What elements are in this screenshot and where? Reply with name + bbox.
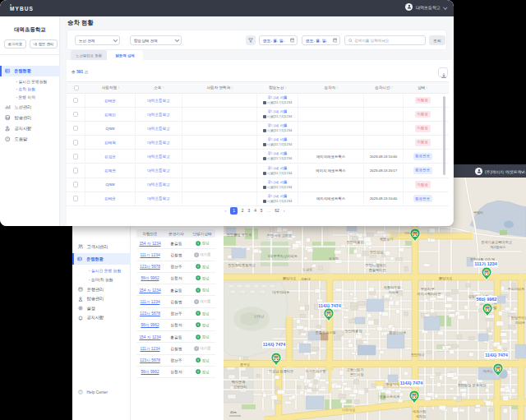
svg-text:세차장: 세차장: [416, 414, 427, 418]
svg-text:현광아파트: 현광아파트: [390, 330, 407, 335]
svg-text:선문대: 선문대: [301, 277, 311, 281]
svg-text:계룡리수빌: 계룡리수빌: [384, 285, 401, 289]
svg-text:아이스퀘어타운: 아이스퀘어타운: [417, 292, 441, 296]
svg-text:아파트: 아파트: [515, 321, 526, 325]
svg-text:구영지: 구영지: [473, 210, 484, 215]
svg-text:몬도시장: 몬도시장: [350, 372, 365, 376]
svg-text:40m: 40m: [230, 410, 237, 414]
svg-text:충무로: 충무로: [240, 362, 251, 367]
svg-text:114자 7474: 114자 7474: [485, 353, 508, 358]
svg-text:서부대로: 서부대로: [342, 408, 356, 412]
svg-text:고동노점가: 고동노점가: [347, 367, 365, 372]
svg-text:아파트: 아파트: [389, 290, 399, 294]
svg-text:천안불당 우체국: 천안불당 우체국: [227, 233, 251, 237]
svg-text:한양수자인: 한양수자인: [511, 316, 526, 320]
svg-text:섬유단지: 섬유단지: [233, 385, 247, 389]
svg-text:111가 1234: 111가 1234: [474, 261, 496, 267]
svg-text:종합복지관: 종합복지관: [369, 268, 387, 272]
svg-text:천안정정 문화재단: 천안정정 문화재단: [458, 383, 487, 387]
svg-text:?: ?: [7, 138, 8, 141]
svg-text:백석문화: 백석문화: [232, 380, 247, 384]
svg-text:천안청당초등학교: 천안청당초등학교: [228, 263, 256, 267]
svg-text:우리아파트: 우리아파트: [508, 287, 525, 291]
svg-text:천안시장애인: 천안시장애인: [365, 263, 385, 267]
svg-text:114자 7474: 114자 7474: [263, 342, 286, 348]
svg-text:불당대로: 불당대로: [439, 276, 453, 280]
svg-text:천안세대 교차로: 천안세대 교차로: [267, 233, 292, 238]
svg-text:56바 9962: 56바 9962: [477, 297, 497, 302]
svg-text:오성남 정릉타운: 오성남 정릉타운: [269, 369, 293, 373]
svg-text:천안역사: 천안역사: [411, 353, 426, 357]
svg-text:천안성심: 천안성심: [370, 250, 384, 254]
svg-text:?: ?: [80, 390, 81, 394]
svg-text:미가오피스텔: 미가오피스텔: [305, 369, 325, 373]
svg-text:제2캠퍼스: 제2캠퍼스: [490, 245, 505, 249]
svg-text:진흥오피스텔: 진흥오피스텔: [315, 330, 335, 335]
svg-text:노태산: 노태산: [254, 314, 265, 318]
svg-text:세운상가: 세운상가: [380, 237, 394, 241]
svg-text:노상로: 노상로: [302, 267, 313, 271]
svg-text:두정지구: 두정지구: [421, 287, 435, 291]
svg-text:대우아파트: 대우아파트: [273, 290, 290, 294]
svg-text:G 525: G 525: [329, 256, 339, 261]
svg-text:명물스트리트: 명물스트리트: [379, 395, 399, 399]
svg-text:천안메울집: 천안메울집: [345, 329, 362, 333]
svg-text:천안메울컴: 천안메울컴: [347, 240, 364, 244]
svg-text:5부무주지선아파트: 5부무주지선아파트: [268, 254, 298, 258]
svg-text:불당대로: 불당대로: [283, 276, 297, 280]
svg-text:114자 7474: 114자 7474: [400, 381, 423, 386]
svg-text:세계스팀: 세계스팀: [413, 409, 427, 413]
svg-text:한국기술교육대학교: 한국기술교육대학교: [481, 240, 512, 244]
